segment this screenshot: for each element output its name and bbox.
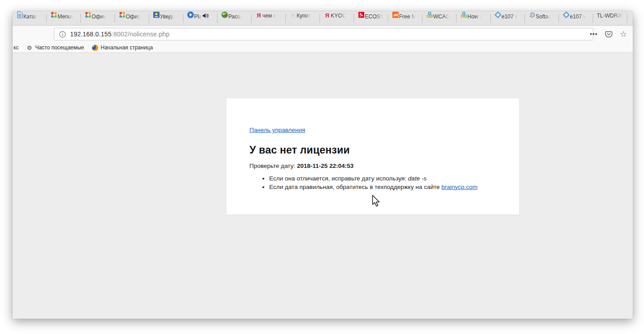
joomla-icon: [50, 11, 58, 18]
bookmark-item[interactable]: кс: [13, 44, 19, 51]
bookmarks-bar: кс⚙Часто посещаемыеНачальная страница: [13, 43, 633, 53]
tab-label: How t: [467, 13, 481, 20]
url-text[interactable]: 192.168.0.155:8002/nolicense.php: [70, 31, 169, 38]
yandex-icon: Я: [255, 12, 262, 19]
bookmark-item[interactable]: ⚙Часто посещаемые: [25, 44, 85, 51]
browser-tab[interactable]: Офиц: [81, 11, 115, 25]
tab-label: Free M: [399, 13, 416, 20]
tab-label: Расш: [228, 13, 242, 20]
tab-label: e107 v: [502, 13, 518, 20]
browser-tab[interactable]: Катал: [13, 11, 47, 25]
e107-icon: [563, 11, 570, 18]
browser-tab[interactable]: e107 v: [491, 11, 525, 25]
speaker-icon: [202, 12, 209, 19]
softaculous-icon: [529, 11, 536, 18]
tab-label: Pla: [194, 13, 202, 20]
page-content: Панель управления У вас нет лицензии Про…: [13, 53, 633, 319]
browser-tab[interactable]: WCAG: [422, 11, 457, 25]
tab-label: Офиц: [126, 13, 141, 20]
jm-icon: JM: [392, 11, 399, 18]
instruction-item: Если она отличается, исправьте дату испо…: [269, 175, 497, 183]
navigation-toolbar: 192.168.0.155:8002/nolicense.php ••• ☆: [13, 26, 633, 43]
page-title: У вас нет лицензии: [249, 144, 497, 156]
bookmark-label: Начальная страница: [101, 44, 153, 51]
browser-tab[interactable]: Softac: [525, 11, 559, 25]
instruction-text: Если дата правильная, обратитесь в техпо…: [269, 184, 441, 190]
instruction-text: Если она отличается, исправьте дату испо…: [269, 175, 408, 182]
gear-icon: ⚙: [26, 44, 33, 51]
browser-tab[interactable]: Расш: [218, 11, 252, 25]
tab-label: Softac: [536, 13, 551, 20]
browser-tab[interactable]: TL-WDR36: [593, 11, 627, 25]
browser-tab[interactable]: Офиц: [115, 11, 149, 25]
tab-label: ECOSY: [365, 13, 384, 20]
svg-text:JM: JM: [393, 13, 398, 17]
tab-label: WCAG: [433, 13, 450, 20]
circles-icon: [426, 11, 433, 18]
date-line: Проверьте дату: 2018-11-25 22:04:53: [249, 163, 497, 169]
browser-tab[interactable]: JMFree M: [388, 11, 422, 25]
browser-window: КаталMenusОфицОфицУведоPlaРасшЯчем о☞Куп…: [13, 11, 633, 319]
url-path: :8002/nolicense.php: [111, 31, 169, 38]
date-label: Проверьте дату:: [249, 163, 297, 169]
tab-label: Офиц: [92, 13, 107, 20]
tab-label: KYOC: [331, 13, 346, 19]
circles-icon: [460, 11, 467, 18]
browser-tab[interactable]: How t: [457, 11, 491, 25]
bookmark-item[interactable]: Начальная страница: [90, 44, 154, 51]
extensions-icon: [221, 11, 228, 18]
tab-label: Катал: [23, 13, 38, 20]
tab-label: e107 v: [570, 13, 586, 20]
toolbar-right-icons: ••• ☆: [589, 26, 628, 43]
hand-icon: ☞: [289, 12, 297, 19]
browser-tab[interactable]: ECOSY: [354, 11, 388, 25]
tab-bar: КаталMenusОфицОфицУведоPlaРасшЯчем о☞Куп…: [13, 11, 633, 26]
document-icon: [16, 11, 23, 18]
url-bar[interactable]: 192.168.0.155:8002/nolicense.php: [54, 28, 593, 40]
tab-label: Купит: [297, 13, 311, 19]
browser-tab[interactable]: Ячем о: [252, 11, 286, 25]
e107-icon: [494, 11, 502, 18]
yandex-icon: Я: [324, 12, 331, 19]
play-icon: [187, 11, 194, 18]
control-panel-link[interactable]: Панель управления: [249, 127, 305, 133]
joomla-icon: [119, 11, 126, 18]
browser-tab[interactable]: Pla: [183, 11, 218, 25]
joomla-icon: [84, 11, 92, 18]
tab-label: чем о: [262, 13, 276, 19]
page-actions-icon[interactable]: •••: [589, 30, 598, 39]
support-site-link[interactable]: brainycp.com: [441, 184, 477, 190]
tab-label: Уведо: [160, 13, 175, 20]
bookmark-star-icon[interactable]: ☆: [619, 30, 628, 39]
license-error-card: Панель управления У вас нет лицензии Про…: [227, 98, 519, 215]
bookmark-label: Часто посещаемые: [35, 44, 84, 51]
browser-tab[interactable]: Menus: [47, 11, 81, 25]
pocket-icon[interactable]: [604, 30, 613, 39]
badge-icon: [153, 11, 160, 18]
command-text: date -s: [408, 175, 426, 182]
browser-tab[interactable]: ☞Купит: [286, 11, 320, 25]
browser-tab[interactable]: ЯKYOC: [320, 11, 354, 25]
bookmark-label: кс: [13, 44, 18, 51]
date-value: 2018-11-25 22:04:53: [297, 163, 354, 169]
site-info-icon[interactable]: [59, 31, 66, 38]
browser-tab[interactable]: Уведо: [149, 11, 183, 25]
instruction-item: Если дата правильная, обратитесь в техпо…: [269, 183, 497, 192]
tab-label: Menus: [58, 13, 74, 20]
kyocera-icon: [358, 11, 365, 18]
browser-tab[interactable]: e107 v: [559, 11, 593, 25]
url-domain: 192.168.0.155: [70, 31, 111, 38]
instructions-list: Если она отличается, исправьте дату испо…: [249, 175, 497, 191]
tab-label: TL-WDR36: [597, 13, 624, 19]
firefox-icon: [91, 44, 98, 51]
